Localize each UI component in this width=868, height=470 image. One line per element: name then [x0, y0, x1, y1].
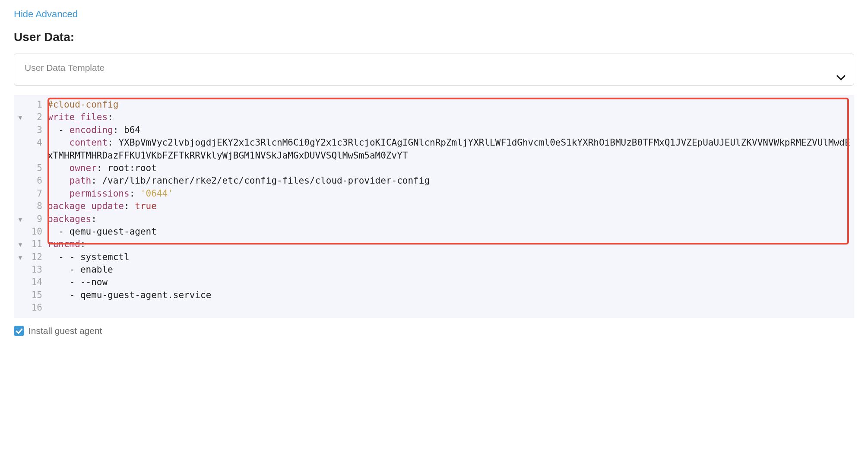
code-line[interactable]: 10 - qemu-guest-agent [14, 225, 854, 238]
code-content[interactable]: #cloud-config [48, 98, 854, 111]
line-number: 10 [27, 225, 48, 238]
code-content[interactable]: path: /var/lib/rancher/rke2/etc/config-f… [48, 175, 854, 187]
code-content[interactable]: package_update: true [48, 200, 854, 213]
line-number: 11 [27, 238, 48, 251]
fold-toggle-icon[interactable]: ▼ [14, 111, 27, 122]
install-guest-agent-row: Install guest agent [14, 326, 854, 336]
line-number: 16 [27, 302, 48, 314]
code-line[interactable]: ▼11runcmd: [14, 238, 854, 251]
fold-toggle-icon [14, 302, 27, 304]
line-number: 5 [27, 162, 48, 175]
fold-toggle-icon [14, 137, 27, 139]
line-number: 12 [27, 251, 48, 264]
user-data-heading: User Data: [14, 30, 854, 44]
fold-toggle-icon [14, 187, 27, 190]
line-number: 4 [27, 137, 48, 149]
fold-toggle-icon [14, 264, 27, 266]
code-content[interactable]: - --now [48, 276, 854, 289]
code-line[interactable]: ▼9packages: [14, 213, 854, 225]
fold-toggle-icon [14, 289, 27, 292]
code-line[interactable]: ▼12 - - systemctl [14, 251, 854, 264]
line-number: 1 [27, 98, 48, 111]
line-number: 14 [27, 276, 48, 289]
fold-toggle-icon [14, 225, 27, 228]
fold-toggle-icon [14, 162, 27, 165]
code-content[interactable]: - encoding: b64 [48, 124, 854, 137]
code-content[interactable]: - - systemctl [48, 251, 854, 264]
code-content[interactable]: runcmd: [48, 238, 854, 251]
code-line[interactable]: 5 owner: root:root [14, 162, 854, 175]
code-line[interactable]: 1#cloud-config [14, 98, 854, 111]
fold-toggle-icon[interactable]: ▼ [14, 238, 27, 249]
line-number: 13 [27, 264, 48, 276]
code-line[interactable]: 14 - --now [14, 276, 854, 289]
code-line[interactable]: 15 - qemu-guest-agent.service [14, 289, 854, 302]
fold-toggle-icon [14, 200, 27, 203]
fold-toggle-icon [14, 98, 27, 101]
line-number: 8 [27, 200, 48, 213]
fold-toggle-icon[interactable]: ▼ [14, 213, 27, 224]
line-number: 6 [27, 175, 48, 187]
code-content[interactable]: - qemu-guest-agent [48, 225, 854, 238]
code-content[interactable]: - enable [48, 264, 854, 276]
chevron-down-icon [836, 74, 844, 79]
code-line[interactable]: ▼2write_files: [14, 111, 854, 124]
line-number: 15 [27, 289, 48, 302]
hide-advanced-link[interactable]: Hide Advanced [14, 9, 78, 20]
line-number: 3 [27, 124, 48, 137]
code-content[interactable]: write_files: [48, 111, 854, 124]
code-content[interactable]: permissions: '0644' [48, 187, 854, 200]
code-line[interactable]: 8package_update: true [14, 200, 854, 213]
code-line[interactable]: 4 content: YXBpVmVyc2lvbjogdjEKY2x1c3Rlc… [14, 137, 854, 162]
code-line[interactable]: 13 - enable [14, 264, 854, 276]
code-content[interactable]: content: YXBpVmVyc2lvbjogdjEKY2x1c3RlcnM… [48, 137, 854, 162]
code-line[interactable]: 7 permissions: '0644' [14, 187, 854, 200]
fold-toggle-icon [14, 276, 27, 279]
code-line[interactable]: 16 [14, 302, 854, 314]
user-data-template-select-label: User Data Template [25, 63, 105, 73]
line-number: 7 [27, 187, 48, 200]
fold-toggle-icon [14, 175, 27, 177]
line-number: 9 [27, 213, 48, 225]
code-content[interactable]: packages: [48, 213, 854, 225]
user-data-code-editor[interactable]: 1#cloud-config▼2write_files:3 - encoding… [14, 95, 854, 318]
install-guest-agent-label: Install guest agent [29, 326, 102, 336]
fold-toggle-icon[interactable]: ▼ [14, 251, 27, 262]
fold-toggle-icon [14, 124, 27, 127]
user-data-template-select[interactable]: User Data Template [14, 54, 854, 86]
code-content[interactable]: owner: root:root [48, 162, 854, 175]
code-line[interactable]: 6 path: /var/lib/rancher/rke2/etc/config… [14, 175, 854, 187]
code-content[interactable]: - qemu-guest-agent.service [48, 289, 854, 302]
install-guest-agent-checkbox[interactable] [14, 326, 24, 336]
line-number: 2 [27, 111, 48, 124]
code-line[interactable]: 3 - encoding: b64 [14, 124, 854, 137]
